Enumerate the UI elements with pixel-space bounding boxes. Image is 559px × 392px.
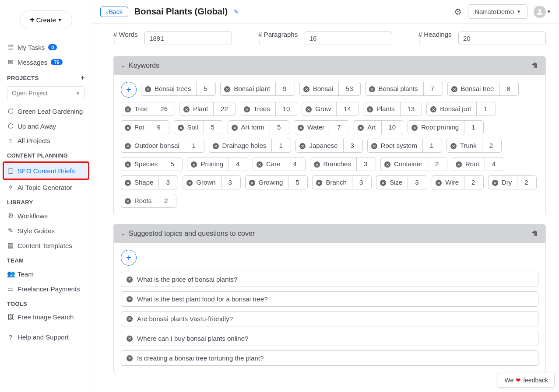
feedback-widget[interactable]: We ❤ feedback: [498, 373, 555, 388]
workspace-dropdown[interactable]: NarratoDemo▼: [468, 4, 527, 19]
keywords-panel-header[interactable]: ⌄ Keywords 🗑: [114, 56, 545, 75]
keyword-count[interactable]: 2: [464, 176, 483, 189]
keyword-count[interactable]: 5: [204, 121, 223, 134]
nav-ai-topic[interactable]: ✧AI Topic Generator: [4, 180, 88, 195]
keyword-count[interactable]: 10: [275, 102, 297, 116]
remove-keyword-icon[interactable]: ✕: [492, 180, 498, 186]
keyword-count[interactable]: 4: [286, 158, 305, 171]
settings-icon[interactable]: ⚙: [454, 7, 462, 17]
keyword-count[interactable]: 3: [158, 176, 178, 189]
keyword-count[interactable]: 53: [338, 82, 360, 95]
keyword-count[interactable]: 14: [336, 102, 358, 116]
remove-keyword-icon[interactable]: ✕: [306, 106, 312, 112]
remove-keyword-icon[interactable]: ✕: [367, 106, 373, 112]
keyword-count[interactable]: 4: [229, 158, 248, 171]
keyword-count[interactable]: 1: [271, 139, 291, 152]
nav-freelancer[interactable]: ▭Freelancer Payments: [4, 281, 88, 296]
remove-keyword-icon[interactable]: ✕: [224, 86, 230, 92]
keyword-count[interactable]: 3: [221, 176, 240, 189]
remove-keyword-icon[interactable]: ✕: [191, 161, 197, 168]
remove-keyword-icon[interactable]: ✕: [186, 180, 193, 186]
project-up-and-away[interactable]: ⬡Up and Away: [4, 119, 88, 133]
keyword-count[interactable]: 5: [270, 121, 289, 134]
remove-keyword-icon[interactable]: ✕: [411, 125, 418, 131]
keyword-count[interactable]: 26: [153, 102, 175, 116]
remove-topic-icon[interactable]: ✕: [127, 355, 133, 361]
remove-keyword-icon[interactable]: ✕: [358, 125, 364, 131]
keyword-count[interactable]: 3: [408, 176, 427, 189]
keyword-count[interactable]: 3: [343, 139, 362, 152]
keyword-count[interactable]: 9: [275, 82, 295, 95]
nav-my-tasks[interactable]: ☲ My Tasks 0: [4, 40, 88, 55]
paragraphs-input[interactable]: [305, 32, 392, 45]
add-keyword-button[interactable]: +: [121, 82, 137, 98]
remove-keyword-icon[interactable]: ✕: [450, 143, 457, 149]
remove-keyword-icon[interactable]: ✕: [125, 125, 131, 131]
open-project-select[interactable]: Open Project ▼: [7, 86, 85, 100]
remove-keyword-icon[interactable]: ✕: [369, 86, 375, 92]
remove-keyword-icon[interactable]: ✕: [257, 161, 263, 168]
keyword-count[interactable]: 1: [422, 139, 442, 152]
remove-keyword-icon[interactable]: ✕: [436, 180, 442, 186]
delete-topics-icon[interactable]: 🗑: [531, 230, 538, 238]
project-green-leaf[interactable]: ⬡Green Leaf Gardening: [4, 104, 88, 119]
keyword-count[interactable]: 3: [356, 158, 376, 171]
remove-keyword-icon[interactable]: ✕: [316, 180, 322, 186]
keyword-count[interactable]: 2: [157, 194, 176, 207]
keyword-count[interactable]: 5: [288, 176, 307, 189]
remove-keyword-icon[interactable]: ✕: [456, 161, 462, 168]
remove-keyword-icon[interactable]: ✕: [244, 106, 250, 112]
keyword-count[interactable]: 3: [352, 176, 371, 189]
delete-keywords-icon[interactable]: 🗑: [531, 62, 538, 70]
keyword-count[interactable]: 1: [476, 102, 496, 116]
remove-keyword-icon[interactable]: ✕: [298, 125, 304, 131]
remove-keyword-icon[interactable]: ✕: [430, 106, 436, 112]
remove-keyword-icon[interactable]: ✕: [380, 180, 386, 186]
remove-keyword-icon[interactable]: ✕: [213, 143, 219, 149]
remove-keyword-icon[interactable]: ✕: [299, 143, 306, 149]
remove-topic-icon[interactable]: ✕: [127, 336, 133, 342]
remove-keyword-icon[interactable]: ✕: [249, 180, 255, 186]
remove-keyword-icon[interactable]: ✕: [125, 180, 131, 186]
keyword-count[interactable]: 22: [213, 102, 235, 116]
keyword-count[interactable]: 10: [381, 121, 403, 134]
add-project-icon[interactable]: +: [81, 74, 85, 82]
nav-workflows[interactable]: ⚙Workflows: [4, 208, 88, 223]
remove-keyword-icon[interactable]: ✕: [183, 106, 190, 112]
remove-keyword-icon[interactable]: ✕: [232, 125, 238, 131]
remove-keyword-icon[interactable]: ✕: [125, 198, 131, 204]
remove-keyword-icon[interactable]: ✕: [303, 86, 309, 92]
keyword-count[interactable]: 2: [482, 139, 501, 152]
remove-keyword-icon[interactable]: ✕: [125, 143, 131, 149]
remove-keyword-icon[interactable]: ✕: [314, 161, 320, 168]
keyword-count[interactable]: 2: [517, 176, 536, 189]
create-button[interactable]: + Create ▼: [20, 10, 72, 29]
remove-keyword-icon[interactable]: ✕: [451, 86, 457, 92]
remove-topic-icon[interactable]: ✕: [127, 296, 133, 302]
add-topic-button[interactable]: +: [121, 250, 137, 266]
remove-topic-icon[interactable]: ✕: [127, 276, 133, 283]
nav-messages[interactable]: ✉ Messages 76: [4, 55, 88, 70]
nav-templates[interactable]: ▤Content Templates: [4, 238, 88, 253]
keyword-count[interactable]: 1: [185, 139, 204, 152]
words-input[interactable]: [144, 32, 232, 45]
keyword-count[interactable]: 13: [400, 102, 422, 116]
remove-topic-icon[interactable]: ✕: [127, 316, 133, 322]
remove-keyword-icon[interactable]: ✕: [125, 161, 131, 168]
remove-keyword-icon[interactable]: ✕: [145, 86, 151, 92]
nav-image-search[interactable]: 🖼Free Image Search: [4, 310, 88, 324]
nav-help[interactable]: ?Help and Support: [4, 330, 88, 344]
edit-title-icon[interactable]: ✎: [234, 8, 239, 15]
remove-keyword-icon[interactable]: ✕: [178, 125, 184, 131]
topics-panel-header[interactable]: ⌄ Suggested topics and questions to cove…: [114, 224, 545, 243]
headings-input[interactable]: [458, 32, 546, 45]
keyword-count[interactable]: 4: [485, 158, 504, 171]
keyword-count[interactable]: 7: [330, 121, 349, 134]
keyword-count[interactable]: 5: [163, 158, 182, 171]
nav-style-guides[interactable]: ✎Style Guides: [4, 223, 88, 238]
nav-seo-briefs[interactable]: ▢SEO Content Briefs: [4, 163, 88, 178]
remove-keyword-icon[interactable]: ✕: [384, 161, 390, 168]
remove-keyword-icon[interactable]: ✕: [371, 143, 377, 149]
keyword-count[interactable]: 1: [464, 121, 483, 134]
nav-team[interactable]: 👥Team: [4, 266, 88, 281]
